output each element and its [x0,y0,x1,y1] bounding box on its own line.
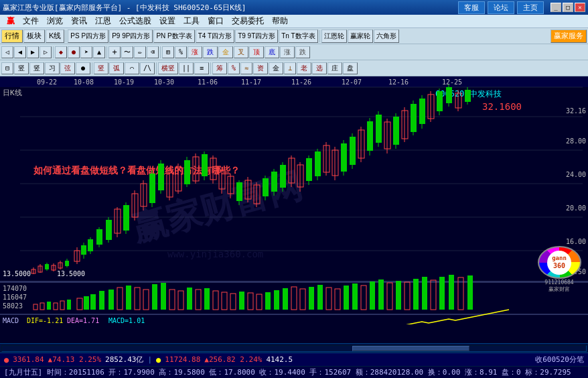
tb3-icon17[interactable]: 资 [253,62,268,74]
status-sep1: | [147,355,152,364]
tb-icon-stair[interactable]: 涨 [280,46,295,58]
tb3-icon11[interactable]: 横竖 [158,62,178,74]
tb-yjia-wheel[interactable]: 赢家轮 [348,29,373,43]
tb-icon-top[interactable]: 顶 [249,46,264,58]
tb3-icon21[interactable]: 选 [312,62,327,74]
svg-rect-83 [236,182,242,201]
title-text: 赢家江恩专业版[赢家内部服务平台] - [中发科技 SH600520-65日K线… [3,3,246,13]
tb-service[interactable]: 赢家服务 [550,29,587,43]
svg-rect-115 [376,115,382,143]
svg-text:MACD=1.01: MACD=1.01 [108,317,145,324]
minimize-button[interactable]: _ [550,3,561,12]
tb-icon-pencil[interactable]: ✏ [134,46,146,58]
menu-help[interactable]: 帮助 [268,15,292,27]
tb-icon-prev[interactable]: ◁ [1,46,13,58]
menu-window[interactable]: 窗口 [204,15,228,27]
tb-market[interactable]: 行情 [1,29,23,43]
home-button[interactable]: 主页 [517,1,544,14]
tb-p4[interactable]: PS P四方形 [68,29,108,43]
menu-file[interactable]: 赢 [3,15,19,27]
tb3-icon4[interactable]: 习 [45,62,60,74]
menu-jiangen2[interactable]: 江恩 [91,15,115,27]
tb-icon-percent[interactable]: % [175,46,187,58]
tb-icon-death[interactable]: 叉 [234,46,248,58]
svg-text:58023: 58023 [3,302,23,310]
svg-text:12-07: 12-07 [342,78,362,86]
tb-kline[interactable]: K线 [46,29,64,43]
tb3-icon2[interactable]: 竖 [14,62,29,74]
menu-trade[interactable]: 交易委托 [228,15,268,27]
tb-t4[interactable]: T4 T四方形 [196,29,234,43]
tb3-icon15[interactable]: % [228,62,240,74]
tb3-icon16[interactable]: ≈ [240,62,252,74]
tb-tnum[interactable]: Tn T数字表 [279,29,317,43]
svg-rect-136 [0,281,588,283]
tb3-icon22[interactable]: 庄 [327,62,342,74]
tb-icon-stair2[interactable]: 跌 [295,46,310,58]
tb-icon-down1[interactable]: 涨 [188,46,202,58]
tb3-icon20[interactable]: 老 [297,62,311,74]
tb-9t4[interactable]: T9 9T四方形 [235,29,278,43]
tb3-icon19[interactable]: ⊥ [284,62,296,74]
tb3-icon23[interactable]: 盘 [343,62,358,74]
svg-text:www.yinjia360.com: www.yinjia360.com [167,249,263,259]
menu-formula[interactable]: 公式选股 [115,15,155,27]
tb-icon-prev2[interactable]: ◀ [14,46,26,58]
tb-icon-calc[interactable]: ⊞ [162,46,174,58]
svg-rect-109 [350,137,356,165]
tb3-icon12[interactable]: || [179,62,194,74]
tb-jiangen-wheel[interactable]: 江恩轮 [321,29,347,43]
maximize-button[interactable]: □ [563,3,573,12]
scroll-bar[interactable] [0,343,588,353]
menu-news[interactable]: 浏览 [43,15,67,27]
tb3-icon7[interactable]: 竖 [94,62,108,74]
menu-bar: 赢 文件 浏览 资讯 江恩 公式选股 设置 工具 窗口 交易委托 帮助 [0,15,588,28]
menu-tools[interactable]: 工具 [179,15,204,27]
candlestick-chart[interactable]: 09-22 10-08 10-19 10-30 11-06 11-17 11-2… [0,76,588,324]
tb-icon-gold[interactable]: 金 [218,46,233,58]
tb-hexagon[interactable]: 六角形 [374,29,399,43]
svg-rect-170 [283,288,288,310]
toolbar-row1: 行情 板块 K线 PS P四方形 P9 9P四方形 PN P数字表 T4 T四方… [0,28,588,44]
menu-jiangen[interactable]: 资讯 [67,15,91,27]
tb-icon-play[interactable]: ▶ [27,46,39,58]
gann360-logo: gann 360 911210684赢家财富 [536,246,583,293]
svg-rect-177 [344,286,349,310]
tb-icon-wave[interactable]: 〜 [121,46,133,58]
tb3-icon14[interactable]: 筹 [212,62,227,74]
tb3-icon5[interactable]: 弦 [60,62,75,74]
tb-block[interactable]: 板块 [23,29,45,43]
tb-icon-bottom[interactable]: 底 [265,46,279,58]
svg-rect-63 [149,174,155,203]
tb3-icon18[interactable]: 金 [269,62,283,74]
tb-icon-arrow[interactable]: ➤ [80,46,92,58]
svg-rect-156 [161,283,166,310]
service-button[interactable]: 客服 [458,1,485,14]
tb-icon-diamond[interactable]: ◆ [55,46,67,58]
svg-rect-131 [446,87,452,103]
tb-icon-triangle[interactable]: ▲ [93,46,105,58]
svg-rect-57 [123,205,129,231]
svg-rect-189 [449,275,454,310]
index2-vol: 4142.5 [266,355,293,364]
tb-9p4[interactable]: P9 9P四方形 [109,29,153,43]
svg-rect-165 [239,292,244,310]
tb-icon-down2[interactable]: 跌 [203,46,218,58]
tb3-icon1[interactable]: ⊟ [1,62,13,74]
tb-icon-eraser[interactable]: ⌫ [147,46,159,58]
tb-icon-plus[interactable]: + [108,46,121,58]
menu-settings[interactable]: 设置 [155,15,179,27]
tb3-icon8[interactable]: 弧 [109,62,124,74]
tb3-icon6[interactable]: ● [76,62,90,74]
tb3-icon10[interactable]: /\ [140,62,155,74]
tb3-icon3[interactable]: 竖 [29,62,44,74]
svg-text:32.16: 32.16 [566,107,586,115]
tb3-icon13[interactable]: ≡ [194,62,209,74]
close-button[interactable]: ✕ [575,3,585,12]
tb-pnum[interactable]: PN P数字表 [153,29,194,43]
tb3-icon9[interactable]: ⌒ [125,62,139,74]
forum-button[interactable]: 论坛 [488,1,514,14]
tb-icon-circle[interactable]: ● [68,46,80,58]
tb-icon-next[interactable]: ▷ [40,46,52,58]
menu-browse[interactable]: 文件 [19,15,43,27]
